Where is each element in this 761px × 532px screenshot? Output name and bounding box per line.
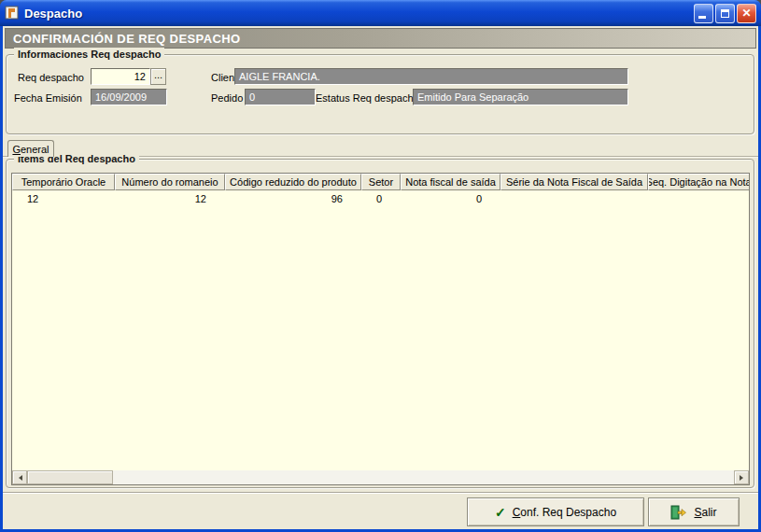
items-grid: Temporário OracleNúmero do romaneioCódig… [11, 173, 750, 485]
pedido-field: 0 [245, 89, 316, 105]
column-header[interactable]: Número do romaneio [115, 174, 225, 190]
close-icon: ✕ [741, 7, 751, 19]
table-cell: 96 [225, 193, 361, 204]
table-row[interactable]: 12129600 [12, 190, 749, 207]
column-header[interactable]: Setor [361, 174, 401, 190]
column-header[interactable]: Seq. Digitação na Nota Fiscal [648, 174, 749, 190]
maximize-button[interactable] [715, 4, 735, 23]
close-button[interactable]: ✕ [737, 4, 756, 23]
page-title: CONFIRMACIÓN DE REQ DESPACHO [5, 28, 756, 49]
salir-button[interactable]: Salir [648, 497, 740, 526]
salir-button-label: Salir [694, 506, 716, 519]
titlebar: Despacho ✕ [0, 0, 761, 26]
estatus-field: Emitido Para Separação [413, 89, 628, 105]
minimize-button[interactable] [694, 4, 713, 23]
scroll-left-icon [16, 475, 22, 481]
horizontal-scrollbar[interactable] [12, 470, 749, 484]
grid-header-row: Temporário OracleNúmero do romaneioCódig… [12, 174, 749, 190]
confirm-req-despacho-button[interactable]: ✓ Conf. Req Despacho [467, 497, 644, 526]
scroll-right-icon [740, 475, 746, 481]
req-despacho-browse-button[interactable]: ... [150, 68, 166, 85]
check-icon: ✓ [495, 506, 506, 519]
column-header[interactable]: Série da Nota Fiscal de Saída [500, 174, 648, 190]
grid-body: 12129600 [12, 190, 749, 470]
app-icon [5, 6, 20, 21]
scroll-right-button[interactable] [734, 470, 749, 484]
items-group: Items del Req despacho Temporário Oracle… [6, 159, 754, 488]
table-cell: 12 [115, 193, 225, 204]
fecha-emision-field: 16/09/2009 [91, 89, 167, 105]
maximize-icon [721, 9, 729, 18]
tab-general[interactable]: General [7, 140, 54, 157]
ellipsis-icon: ... [154, 69, 162, 80]
scroll-left-button[interactable] [12, 470, 27, 484]
page-title-text: CONFIRMACIÓN DE REQ DESPACHO [13, 32, 241, 46]
req-despacho-input[interactable]: 12 [91, 68, 150, 85]
window-title: Despacho [24, 7, 82, 21]
minimize-icon [698, 16, 706, 19]
info-group-title: Informaciones Req despacho [14, 48, 164, 61]
info-group: Informaciones Req despacho Req despacho … [6, 54, 754, 134]
req-despacho-label: Req despacho [18, 70, 84, 85]
bottom-bar: ✓ Conf. Req Despacho Salir [3, 493, 758, 529]
pedido-label: Pedido [211, 91, 243, 105]
fecha-emision-label: Fecha Emisión [14, 91, 82, 105]
app-window: Despacho ✕ CONFIRMACIÓN DE REQ DESPACHO … [0, 0, 761, 532]
cliente-field: AIGLE FRANCIA. [234, 68, 628, 85]
tab-general-label: General [12, 144, 49, 155]
column-header[interactable]: Código reduzido do produto [225, 174, 361, 190]
client-area: CONFIRMACIÓN DE REQ DESPACHO Informacion… [3, 26, 758, 529]
scroll-thumb[interactable] [27, 470, 113, 484]
window-controls: ✕ [694, 4, 756, 23]
estatus-label: Estatus Req despacho [316, 91, 419, 105]
column-header[interactable]: Nota fiscal de saída [401, 174, 500, 190]
table-cell: 0 [401, 193, 500, 204]
table-cell: 12 [12, 193, 115, 204]
column-header[interactable]: Temporário Oracle [12, 174, 115, 190]
scroll-track[interactable] [27, 470, 734, 484]
table-cell: 0 [361, 193, 401, 204]
confirm-button-label: Conf. Req Despacho [513, 506, 616, 519]
exit-door-icon [670, 505, 687, 520]
